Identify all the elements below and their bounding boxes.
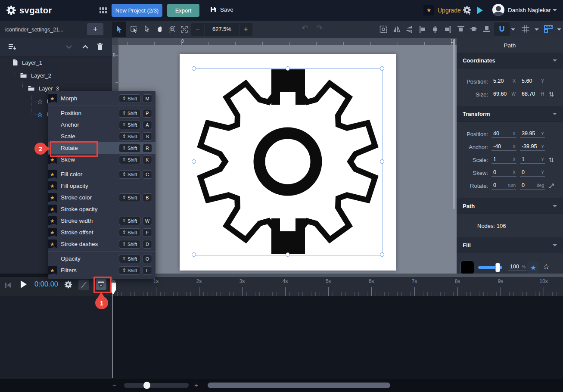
- animation-settings-icon[interactable]: [463, 6, 472, 15]
- flip-horizontal-icon[interactable]: [392, 25, 401, 34]
- menu-item-stroke-offset[interactable]: ★ Stroke offset ⇧ ShiftF: [48, 227, 156, 238]
- zoom-out-button[interactable]: −: [191, 23, 204, 36]
- menu-item-stroke-opacity[interactable]: ★ Stroke opacity: [48, 203, 156, 215]
- position-y-field[interactable]: 5.60Y: [520, 78, 545, 85]
- transform-tool-button[interactable]: [127, 22, 141, 37]
- menu-item-scale[interactable]: Scale ⇧ ShiftS: [48, 131, 156, 142]
- upgrade-button[interactable]: ★ Upgrade: [423, 5, 461, 16]
- link-scale-icon[interactable]: [548, 156, 554, 163]
- fill-color-swatch[interactable]: [460, 261, 474, 274]
- play-button[interactable]: [21, 280, 27, 288]
- menu-item-anchor[interactable]: Anchor ⇧ ShiftA: [48, 119, 156, 131]
- selection-handle-nw[interactable]: [192, 66, 196, 71]
- selection-handle-w[interactable]: [192, 159, 196, 164]
- selection-handle-e[interactable]: [380, 159, 384, 164]
- timeline-horizontal-scrollbar[interactable]: [208, 383, 390, 388]
- menu-item-opacity[interactable]: Opacity ⇧ ShiftO: [48, 253, 156, 264]
- menu-item-stroke-width[interactable]: ★ Stroke width ⇧ ShiftW: [48, 215, 156, 227]
- redo-button[interactable]: ↷: [316, 24, 323, 32]
- position-x-field[interactable]: 5.20X: [491, 78, 516, 85]
- sort-layers-icon[interactable]: [8, 43, 16, 51]
- rotate-deg-field[interactable]: 0deg: [520, 182, 545, 190]
- link-dimensions-icon[interactable]: [548, 91, 554, 98]
- delete-layer-icon[interactable]: [96, 43, 103, 51]
- rotate-turn-field[interactable]: 0turn: [491, 182, 516, 190]
- align-center-horizontal-icon[interactable]: [431, 25, 439, 34]
- zoom-level[interactable]: 627.5%: [204, 23, 240, 36]
- timeline-zoom-slider[interactable]: [124, 383, 189, 388]
- collapse-up-icon[interactable]: [82, 45, 89, 49]
- selection-handle-ne[interactable]: [380, 66, 384, 71]
- undo-button[interactable]: ↶: [302, 24, 308, 32]
- selection-handle-se[interactable]: [380, 252, 384, 257]
- fill-opacity-field[interactable]: 100%: [508, 264, 526, 271]
- snap-toggle-button[interactable]: [494, 22, 510, 36]
- timeline-zoom-in[interactable]: +: [194, 381, 198, 389]
- menu-item-morph[interactable]: ★ Morph ⇧ ShiftM: [48, 93, 156, 104]
- timeline-tracks[interactable]: [112, 296, 563, 379]
- snap-options-caret-icon[interactable]: [511, 28, 515, 31]
- export-button[interactable]: Export: [167, 4, 199, 17]
- timeline-ruler[interactable]: 0s 1s 2s 3s 4s 5s 6s 7s 8s 9s 10s: [112, 277, 563, 296]
- zoom-in-button[interactable]: +: [240, 23, 252, 36]
- grid-options-caret-icon[interactable]: [535, 28, 539, 31]
- align-bottom-icon[interactable]: [482, 25, 491, 33]
- timeline-settings-gear-icon[interactable]: [64, 280, 72, 289]
- layer-row-layer1[interactable]: Layer_1: [0, 56, 124, 69]
- rulers-toggle-icon[interactable]: [544, 25, 553, 33]
- size-h-field[interactable]: 68.70H: [520, 91, 545, 98]
- transform-position-x-field[interactable]: 40X: [491, 131, 516, 138]
- app-logo[interactable]: svgator: [6, 5, 52, 16]
- fit-view-button[interactable]: [177, 22, 191, 37]
- hand-tool-button[interactable]: [152, 22, 166, 37]
- menu-item-stroke-color[interactable]: ★ Stroke color ⇧ ShiftB: [48, 192, 156, 203]
- node-tool-button[interactable]: [140, 22, 154, 37]
- size-w-field[interactable]: 69.60W: [491, 91, 516, 98]
- section-header-fill[interactable]: Fill: [457, 237, 563, 253]
- menu-item-fill-opacity[interactable]: ★ Fill opacity: [48, 180, 156, 192]
- preview-play-icon[interactable]: [477, 6, 483, 14]
- menu-item-position[interactable]: Position ⇧ ShiftP: [48, 107, 156, 119]
- collapse-down-icon[interactable]: [65, 45, 72, 49]
- ruler-options-caret-icon[interactable]: [557, 28, 561, 31]
- section-header-path[interactable]: Path: [457, 198, 563, 214]
- menu-item-fill-color[interactable]: ★ Fill color ⇧ ShiftC: [48, 168, 156, 180]
- timeline-zoom-thumb[interactable]: [143, 382, 150, 389]
- section-header-coordinates[interactable]: Coordinates: [457, 53, 563, 68]
- anchor-y-field[interactable]: -39.95Y: [520, 143, 545, 151]
- rotate-angle-icon[interactable]: [548, 182, 555, 189]
- scale-y-field[interactable]: 1Y: [520, 156, 545, 164]
- skew-y-field[interactable]: 0Y: [520, 169, 545, 177]
- grid-toggle-icon[interactable]: [521, 25, 530, 33]
- align-middle-vertical-icon[interactable]: [470, 25, 478, 33]
- fill-opacity-slider-thumb[interactable]: [495, 263, 500, 272]
- selection-handle-n[interactable]: [286, 66, 290, 71]
- anchor-x-field[interactable]: -40X: [491, 143, 516, 151]
- transform-position-y-field[interactable]: 39.95Y: [520, 131, 545, 138]
- align-left-icon[interactable]: [419, 25, 426, 34]
- align-right-icon[interactable]: [444, 25, 451, 34]
- selection-bounding-box[interactable]: [194, 68, 383, 255]
- scale-x-field[interactable]: 1X: [491, 156, 516, 164]
- skip-to-start-icon[interactable]: [5, 282, 11, 289]
- focus-selection-icon[interactable]: [379, 25, 388, 34]
- selection-handle-s[interactable]: [286, 252, 290, 257]
- timeline-zoom-out[interactable]: −: [112, 381, 116, 389]
- skew-x-field[interactable]: 0X: [491, 169, 516, 177]
- canvas-vertical-scrollbar[interactable]: [453, 40, 455, 209]
- menu-item-stroke-dashes[interactable]: ★ Stroke dashes ⇧ ShiftD: [48, 238, 156, 250]
- flip-vertical-icon[interactable]: [405, 25, 414, 34]
- apps-grid-icon[interactable]: [100, 7, 107, 13]
- new-project-button[interactable]: New Project (2/3): [112, 4, 162, 17]
- save-button[interactable]: Save: [210, 6, 233, 13]
- menu-item-filters[interactable]: ★ Filters ⇧ ShiftL: [48, 264, 156, 276]
- user-menu-caret-icon[interactable]: [553, 9, 557, 11]
- section-header-transform[interactable]: Transform: [457, 106, 563, 122]
- easing-panel-button[interactable]: [78, 280, 89, 290]
- favorite-fill-button[interactable]: ☆: [541, 261, 551, 273]
- align-top-icon[interactable]: [457, 25, 465, 33]
- add-project-button[interactable]: +: [87, 23, 103, 35]
- select-tool-button[interactable]: [112, 22, 126, 37]
- animate-fill-button[interactable]: ★: [527, 261, 539, 274]
- avatar[interactable]: [492, 4, 504, 16]
